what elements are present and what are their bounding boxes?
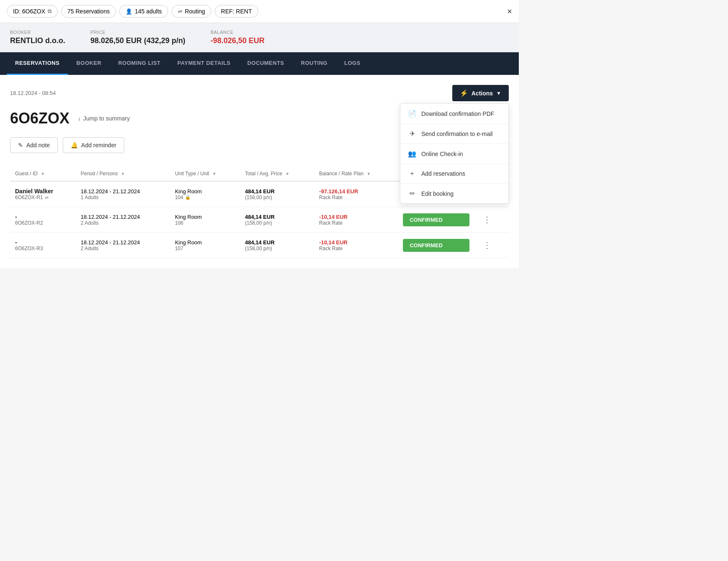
- add-reminder-label: Add reminder: [81, 142, 116, 149]
- col-period-persons: Period / Persons ▼: [76, 167, 170, 181]
- unit-type: King Room: [175, 239, 235, 246]
- cell-period: 18.12.2024 - 21.12.2024 2 Adults: [76, 233, 170, 258]
- edit-booking-label: Edit booking: [421, 190, 454, 197]
- persons: 1 Adults: [81, 195, 165, 200]
- rate-plan: Rack Rate: [319, 220, 393, 226]
- ref-chip[interactable]: REF: RENT: [215, 5, 258, 18]
- cell-period: 18.12.2024 - 21.12.2024 2 Adults: [76, 207, 170, 233]
- add-reservations-item[interactable]: + Add reservations: [400, 164, 508, 184]
- guest-name: -: [15, 213, 71, 220]
- send-email-item[interactable]: ✈ Send confirmation to e-mail: [400, 124, 508, 144]
- col-guest-id: Guest / ID ▼: [10, 167, 76, 181]
- balance-amount: -10,14 EUR: [319, 214, 393, 220]
- cell-unit: King Room 104 🔒: [170, 181, 240, 207]
- actions-label: Actions: [472, 90, 493, 97]
- cell-status: CONFIRMED: [398, 233, 474, 258]
- balance-info: BALANCE -98.026,50 EUR: [210, 30, 264, 45]
- unit-type: King Room: [175, 188, 235, 195]
- email-icon: ✈: [408, 130, 416, 138]
- tab-routing[interactable]: ROUTING: [292, 52, 336, 75]
- bolt-icon: ⚡: [460, 89, 468, 97]
- edit-booking-item[interactable]: ✏ Edit booking: [400, 184, 508, 203]
- period: 18.12.2024 - 21.12.2024: [81, 239, 165, 246]
- top-bar: ID: 6O6ZOX ⧉ 75 Reservations 👤 145 adult…: [0, 0, 519, 23]
- col-unit-type: Unit Type / Unit ▼: [170, 167, 240, 181]
- cell-balance: -10,14 EUR Rack Rate: [314, 233, 398, 258]
- tab-payment-details[interactable]: PAYMENT DETAILS: [169, 52, 239, 75]
- cell-more: ⋮: [474, 233, 509, 258]
- table-row: - 6O6ZOX-R2 18.12.2024 - 21.12.2024 2 Ad…: [10, 207, 509, 233]
- period: 18.12.2024 - 21.12.2024: [81, 214, 165, 220]
- more-button[interactable]: ⋮: [479, 213, 495, 226]
- id-label: ID: 6O6ZOX: [13, 8, 45, 15]
- persons: 2 Adults: [81, 220, 165, 226]
- cell-unit: King Room 106: [170, 207, 240, 233]
- add-note-label: Add note: [26, 142, 50, 149]
- download-pdf-item[interactable]: 📄 Download confirmation PDF: [400, 104, 508, 124]
- tab-logs[interactable]: LOGS: [336, 52, 369, 75]
- add-reservations-label: Add reservations: [421, 170, 465, 177]
- balance-amount: -10,14 EUR: [319, 239, 393, 246]
- cell-price: 484,14 EUR (158,00 p/n): [240, 233, 314, 258]
- tab-booker[interactable]: BOOKER: [68, 52, 110, 75]
- reservations-label: 75 Reservations: [67, 8, 110, 15]
- date-actions-row: 18.12.2024 - 08:54 ⚡ Actions ▼: [10, 85, 509, 101]
- pdf-icon: 📄: [408, 110, 416, 118]
- chevron-down-icon: ▼: [496, 90, 501, 96]
- tab-documents[interactable]: DOCUMENTS: [239, 52, 292, 75]
- unit-type: King Room: [175, 214, 235, 220]
- unit-num: 107: [175, 246, 235, 251]
- id-chip[interactable]: ID: 6O6ZOX ⧉: [7, 5, 58, 18]
- persons: 2 Adults: [81, 246, 165, 251]
- cell-guest: Daniel Walker 6O6ZOX-R1 ⇌: [10, 181, 76, 207]
- price-total: 484,14 EUR: [245, 214, 309, 220]
- guest-name: Daniel Walker: [15, 188, 71, 195]
- tab-reservations[interactable]: RESERVATIONS: [7, 52, 68, 75]
- lock-icon: 🔒: [185, 195, 191, 200]
- info-section: BOOKER RENTLIO d.o.o. PRICE 98.026,50 EU…: [0, 23, 519, 52]
- balance-amount: -97.126,14 EUR: [319, 188, 393, 195]
- unit-num: 104 🔒: [175, 195, 235, 200]
- add-reminder-button[interactable]: 🔔 Add reminder: [63, 137, 124, 153]
- add-note-button[interactable]: ✎ Add note: [10, 137, 58, 153]
- status-badge: CONFIRMED: [403, 213, 469, 226]
- adults-chip[interactable]: 👤 145 adults: [119, 5, 168, 18]
- col-balance-rate: Balance / Rate Plan ▼: [314, 167, 398, 181]
- price-info: PRICE 98.026,50 EUR (432,29 p/n): [90, 30, 185, 45]
- balance-value: -98.026,50 EUR: [210, 36, 264, 45]
- routing-icon: ⇌: [178, 8, 182, 15]
- booking-id: 6O6ZOX: [10, 110, 69, 127]
- booker-value: RENTLIO d.o.o.: [10, 36, 65, 45]
- more-button[interactable]: ⋮: [479, 238, 495, 252]
- send-email-label: Send confirmation to e-mail: [421, 131, 492, 137]
- tab-rooming-list[interactable]: ROOMING LIST: [110, 52, 169, 75]
- price-value: 98.026,50 EUR (432,29 p/n): [90, 36, 185, 45]
- bell-icon: 🔔: [71, 142, 78, 149]
- period: 18.12.2024 - 21.12.2024: [81, 188, 165, 195]
- reservations-chip[interactable]: 75 Reservations: [61, 5, 116, 18]
- balance-label: BALANCE: [210, 30, 264, 35]
- arrow-down-icon: ↓: [78, 115, 81, 122]
- ref-label: REF: RENT: [221, 8, 252, 15]
- cell-unit: King Room 107: [170, 233, 240, 258]
- res-id: 6O6ZOX-R2: [15, 220, 71, 226]
- col-total-price: Total / Avg. Price ▼: [240, 167, 314, 181]
- routing-chip[interactable]: ⇌ Routing: [172, 5, 211, 18]
- date-text: 18.12.2024 - 08:54: [10, 90, 56, 96]
- pencil-icon: ✎: [18, 142, 23, 149]
- actions-button[interactable]: ⚡ Actions ▼: [452, 85, 509, 101]
- cell-period: 18.12.2024 - 21.12.2024 1 Adults: [76, 181, 170, 207]
- online-checkin-item[interactable]: 👥 Online Check-in: [400, 144, 508, 164]
- nav-tabs: RESERVATIONS BOOKER ROOMING LIST PAYMENT…: [0, 52, 519, 75]
- add-icon: +: [408, 170, 416, 177]
- rate-plan: Rack Rate: [319, 246, 393, 251]
- rate-plan: Rack Rate: [319, 195, 393, 200]
- jump-to-summary-link[interactable]: ↓ Jump to summary: [78, 115, 130, 122]
- avg-price: (158,00 p/n): [245, 246, 309, 251]
- download-pdf-label: Download confirmation PDF: [421, 110, 494, 117]
- cell-status: CONFIRMED: [398, 207, 474, 233]
- price-total: 484,14 EUR: [245, 239, 309, 246]
- res-id: 6O6ZOX-R3: [15, 246, 71, 251]
- cell-balance: -10,14 EUR Rack Rate: [314, 207, 398, 233]
- close-button[interactable]: ×: [507, 7, 512, 16]
